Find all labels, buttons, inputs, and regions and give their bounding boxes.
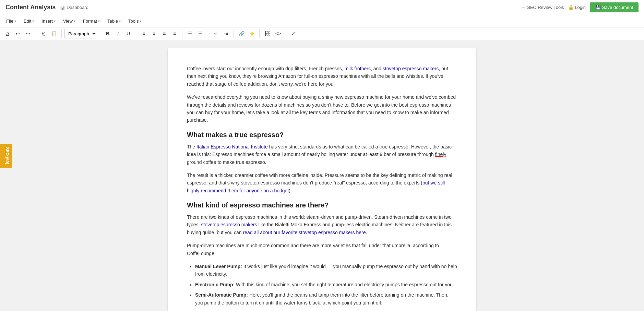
milk-frothers-link[interactable]: milk frothers xyxy=(345,66,371,71)
redo-button[interactable]: ↪ xyxy=(23,29,33,38)
manual-pump-label: Manual Lever Pump: xyxy=(195,264,242,269)
topbar-right: ← SEO Review Tools 🔒 Login 💾 Save docume… xyxy=(522,2,639,12)
menu-file[interactable]: File ▾ xyxy=(3,17,20,25)
intro-paragraph-2: We've researched everything you need to … xyxy=(187,93,457,124)
separator-9 xyxy=(286,29,286,38)
separator-5 xyxy=(182,29,182,38)
list-item-semi-auto: Semi-Automatic Pump: Here, you'll grind … xyxy=(195,291,457,307)
indent-button[interactable]: ⇥ xyxy=(221,29,231,38)
separator-7 xyxy=(234,29,234,38)
login-link[interactable]: 🔒 Login xyxy=(568,5,586,10)
paste-button[interactable]: 📋 xyxy=(49,29,59,38)
align-justify-button[interactable]: ≡ xyxy=(170,29,179,38)
undo-button[interactable]: ↩ xyxy=(13,29,23,38)
italic-button[interactable]: I xyxy=(113,29,123,38)
espresso-paragraph-2: The result is a thicker, creamier coffee… xyxy=(187,171,457,194)
separator-3 xyxy=(100,29,100,38)
electronic-pump-label: Electronic Pump: xyxy=(195,282,235,287)
separator-1 xyxy=(36,29,36,38)
chart-icon: 📊 xyxy=(60,5,65,10)
seo-review-tools-link[interactable]: ← SEO Review Tools xyxy=(522,5,564,10)
seo-badge[interactable]: SEO (59) xyxy=(0,143,12,167)
bold-button[interactable]: B xyxy=(103,29,112,38)
menu-insert[interactable]: Insert ▾ xyxy=(38,17,59,25)
coffelounge-link[interactable]: CoffeLounge xyxy=(187,251,214,256)
app-title: Content Analysis xyxy=(5,4,56,11)
topbar: Content Analysis 📊 Dashboard ← SEO Revie… xyxy=(0,0,644,15)
fullscreen-button[interactable]: ⤢ xyxy=(289,29,298,38)
insert-menu-arrow: ▾ xyxy=(54,19,56,23)
heading-what-makes-espresso: What makes a true espresso? xyxy=(187,131,457,139)
menu-tools[interactable]: Tools ▾ xyxy=(125,17,145,25)
intro-paragraph-1: Coffee lovers start out innocently enoug… xyxy=(187,65,457,88)
document[interactable]: Coffee lovers start out innocently enoug… xyxy=(168,48,476,311)
edit-menu-arrow: ▾ xyxy=(32,19,34,23)
espresso-paragraph-1: The Italian Espresso National Institute … xyxy=(187,143,457,166)
separator-6 xyxy=(208,29,208,38)
list-item-electronic: Electronic Pump: With this kind of machi… xyxy=(195,281,457,288)
menubar: File ▾ Edit ▾ Insert ▾ View ▾ Format ▾ T… xyxy=(0,15,644,27)
align-left-button[interactable]: ≡ xyxy=(139,29,148,38)
editor-area: SEO (59) Coffee lovers start out innocen… xyxy=(0,40,644,311)
underline-button[interactable]: U xyxy=(123,29,133,38)
format-group: B I U xyxy=(103,29,133,38)
separator-4 xyxy=(136,29,136,38)
bullet-list-button[interactable]: ☰ xyxy=(185,29,195,38)
list-item-auto: Automatic Pump: This machine also makes … xyxy=(195,309,457,311)
list-group: ☰ ☰ xyxy=(185,29,205,38)
print-group: 🖨 ↩ ↪ xyxy=(3,29,33,38)
align-group: ≡ ≡ ≡ ≡ xyxy=(139,29,179,38)
outdent-button[interactable]: ⇤ xyxy=(211,29,220,38)
menu-edit[interactable]: Edit ▾ xyxy=(20,17,37,25)
print-button[interactable]: 🖨 xyxy=(3,29,12,38)
toolbar: 🖨 ↩ ↪ ⎘ 📋 Paragraph B I U ≡ ≡ ≡ ≡ ☰ ☰ ⇤ … xyxy=(0,27,644,40)
budget-recommendation-link[interactable]: but we still highly recommend them for a… xyxy=(187,180,445,193)
electronic-pump-text: With this kind of machine, you set the r… xyxy=(236,282,454,287)
tools-menu-arrow: ▾ xyxy=(140,19,141,23)
favorite-stovetop-link[interactable]: read all about our favorite stovetop esp… xyxy=(243,230,367,235)
italian-espresso-institute-link[interactable]: Italian Espresso National Institute xyxy=(196,144,268,149)
code-button[interactable]: <> xyxy=(273,29,283,38)
clipboard-group: ⎘ 📋 xyxy=(39,29,59,38)
format-select[interactable]: Paragraph xyxy=(64,29,97,38)
stovetop-espresso-makers-link-2[interactable]: stovetop espresso makers xyxy=(201,222,257,227)
remove-link-button[interactable]: ⚡ xyxy=(247,29,257,38)
table-menu-arrow: ▾ xyxy=(119,19,121,23)
insert-image-button[interactable]: 🖼 xyxy=(262,29,272,38)
copy-button[interactable]: ⎘ xyxy=(39,29,48,38)
list-item-manual: Manual Lever Pump: It works just like yo… xyxy=(195,263,457,278)
align-right-button[interactable]: ≡ xyxy=(159,29,169,38)
heading-kinds-of-machines: What kind of espresso machines are there… xyxy=(187,201,457,209)
finely-text: finely xyxy=(435,152,446,157)
machines-paragraph-1: There are two kinds of espresso machines… xyxy=(187,213,457,236)
dashboard-link[interactable]: 📊 Dashboard xyxy=(60,5,88,10)
save-button[interactable]: 💾 Save document xyxy=(590,2,639,12)
insert-link-button[interactable]: 🔗 xyxy=(237,29,246,38)
file-menu-arrow: ▾ xyxy=(14,19,16,23)
menu-view[interactable]: View ▾ xyxy=(60,17,79,25)
format-menu-arrow: ▾ xyxy=(98,19,100,23)
machines-paragraph-2: Pump-driven machines are much more commo… xyxy=(187,242,457,257)
numbered-list-button[interactable]: ☰ xyxy=(195,29,205,38)
menu-table[interactable]: Table ▾ xyxy=(104,17,124,25)
separator-8 xyxy=(259,29,260,38)
view-menu-arrow: ▾ xyxy=(74,19,75,23)
indent-group: ⇤ ⇥ xyxy=(211,29,231,38)
link-group: 🔗 ⚡ xyxy=(237,29,257,38)
pump-types-list: Manual Lever Pump: It works just like yo… xyxy=(195,263,457,311)
semi-auto-pump-label: Semi-Automatic Pump: xyxy=(195,292,248,298)
menu-format[interactable]: Format ▾ xyxy=(80,17,103,25)
separator-2 xyxy=(61,29,62,38)
topbar-left: Content Analysis 📊 Dashboard xyxy=(5,4,88,11)
stovetop-espresso-makers-link-1[interactable]: stovetop espresso makers xyxy=(383,66,439,71)
align-center-button[interactable]: ≡ xyxy=(149,29,159,38)
